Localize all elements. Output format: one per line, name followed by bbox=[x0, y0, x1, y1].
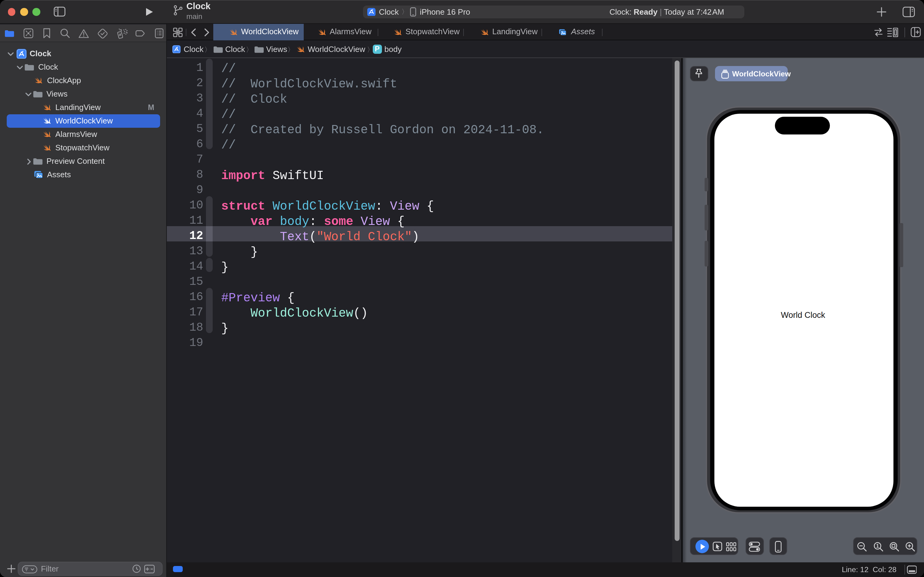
svg-text:1: 1 bbox=[876, 543, 879, 549]
